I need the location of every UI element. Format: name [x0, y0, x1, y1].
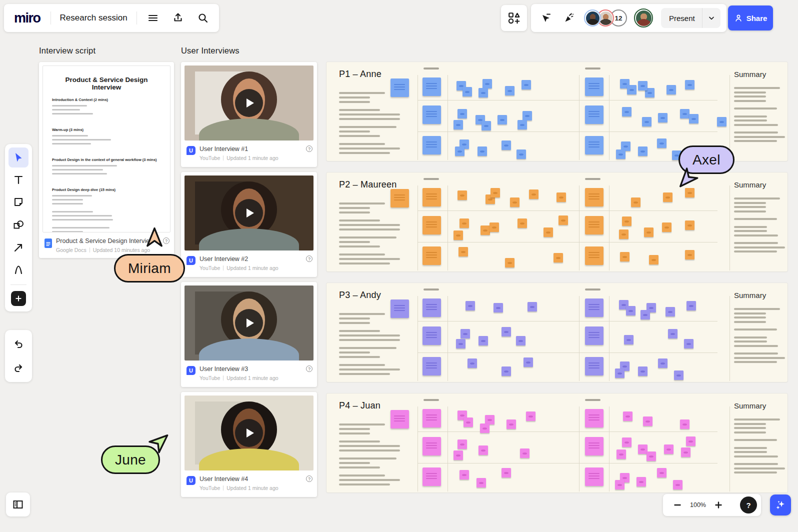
sticky-note[interactable] [685, 80, 694, 90]
sticky-note[interactable] [422, 246, 441, 265]
sticky-note[interactable] [658, 113, 668, 122]
sticky-note[interactable] [689, 114, 698, 124]
redo-button[interactable] [8, 358, 28, 378]
zoom-level[interactable]: 100% [687, 502, 709, 508]
video-info-button[interactable]: ? [306, 366, 312, 372]
sticky-note[interactable] [458, 109, 467, 118]
sticky-note[interactable] [631, 198, 640, 207]
sticky-note[interactable] [717, 117, 726, 126]
present-button[interactable]: Present [661, 14, 702, 22]
sticky-note[interactable] [518, 120, 527, 130]
sticky-note[interactable] [668, 329, 678, 338]
sticky-note[interactable] [657, 468, 666, 478]
sticky-note[interactable] [505, 86, 514, 96]
sticky-note[interactable] [480, 424, 490, 433]
zoom-out-button[interactable] [670, 498, 685, 512]
video-info-button[interactable]: ? [306, 476, 312, 482]
toggle-sidebar-button[interactable] [6, 492, 30, 516]
sticky-note[interactable] [466, 301, 475, 310]
sticky-note[interactable] [627, 85, 636, 94]
sticky-note[interactable] [510, 198, 520, 207]
sticky-note[interactable] [478, 88, 488, 98]
sticky-note[interactable] [585, 246, 604, 265]
sticky-note[interactable] [422, 216, 441, 234]
video-card-user-interview-4[interactable]: UUser Interview #4YouTubeUpdated 1 minut… [181, 392, 317, 497]
play-button[interactable] [235, 309, 263, 337]
sticky-note[interactable] [585, 326, 604, 345]
video-info-button[interactable]: ? [306, 256, 312, 262]
sticky-note[interactable] [482, 79, 492, 88]
sticky-note[interactable] [422, 78, 441, 96]
sticky-note[interactable] [585, 106, 604, 124]
participant-board-p3-andy[interactable]: P3 – AndySummary [326, 283, 788, 382]
sticky-note[interactable] [526, 412, 536, 421]
sticky-note[interactable] [554, 253, 563, 262]
sticky-note[interactable] [622, 216, 632, 226]
video-info-button[interactable]: ? [306, 146, 312, 152]
text-tool[interactable] [8, 170, 28, 190]
sticky-note[interactable] [462, 87, 472, 96]
sticky-note[interactable] [680, 109, 690, 118]
play-button[interactable] [235, 199, 263, 227]
sticky-note[interactable] [624, 335, 634, 344]
sticky-note[interactable] [642, 117, 652, 126]
miro-canvas[interactable]: miro Research session 12 Present [0, 0, 798, 532]
sticky-note[interactable] [422, 106, 441, 124]
sticky-note[interactable] [456, 339, 466, 348]
sticky-note[interactable] [460, 218, 469, 228]
sticky-note[interactable] [615, 368, 624, 378]
sticky-note-tool[interactable] [8, 192, 28, 212]
participant-board-p4-juan[interactable]: P4 – JuanSummary [326, 394, 788, 492]
export-button[interactable] [169, 9, 187, 27]
presenter-avatar[interactable] [634, 8, 653, 28]
sticky-note[interactable] [685, 220, 694, 230]
participant-board-p2-maureen[interactable]: P2 – MaureenSummary [326, 172, 788, 272]
sticky-note[interactable] [505, 258, 514, 268]
ai-assistant-button[interactable] [770, 494, 791, 516]
sticky-note[interactable] [585, 468, 604, 486]
sticky-note[interactable] [390, 189, 409, 208]
sticky-note[interactable] [680, 420, 690, 429]
sticky-note[interactable] [544, 228, 553, 237]
sticky-note[interactable] [478, 336, 488, 346]
sticky-note[interactable] [478, 146, 487, 156]
sticky-note[interactable] [522, 80, 531, 90]
help-button[interactable]: ? [740, 496, 757, 514]
sticky-note[interactable] [681, 448, 690, 457]
sticky-note[interactable] [616, 150, 626, 159]
sticky-note[interactable] [458, 247, 468, 256]
sticky-note[interactable] [585, 409, 604, 428]
sticky-note[interactable] [390, 410, 409, 428]
zoom-in-button[interactable] [711, 498, 726, 512]
sticky-note[interactable] [626, 306, 636, 316]
sticky-note[interactable] [502, 140, 511, 150]
sticky-note[interactable] [585, 357, 604, 376]
sticky-note[interactable] [674, 370, 684, 380]
sticky-note[interactable] [422, 136, 441, 154]
sticky-note[interactable] [619, 230, 628, 239]
sticky-note[interactable] [520, 448, 530, 458]
sticky-note[interactable] [502, 327, 511, 336]
sticky-note[interactable] [556, 192, 566, 202]
sticky-note[interactable] [494, 303, 503, 312]
sticky-note[interactable] [422, 298, 441, 317]
sticky-note[interactable] [490, 222, 499, 232]
sticky-note[interactable] [585, 216, 604, 234]
sticky-note[interactable] [644, 228, 654, 237]
sticky-note[interactable] [640, 310, 650, 320]
sticky-note[interactable] [638, 366, 648, 376]
sticky-note[interactable] [458, 440, 467, 449]
video-card-user-interview-1[interactable]: UUser Interview #1YouTubeUpdated 1 minut… [181, 62, 317, 167]
sticky-note[interactable] [502, 366, 511, 376]
sticky-note[interactable] [390, 300, 409, 318]
sticky-note[interactable] [480, 226, 490, 235]
select-tool[interactable] [8, 148, 28, 168]
search-button[interactable] [194, 9, 212, 27]
sticky-note[interactable] [422, 188, 441, 206]
miro-logo[interactable]: miro [11, 10, 44, 26]
sticky-note[interactable] [666, 85, 676, 94]
sticky-note[interactable] [522, 111, 532, 120]
sticky-note[interactable] [658, 358, 668, 368]
sticky-note[interactable] [657, 138, 666, 148]
sticky-note[interactable] [528, 302, 537, 312]
